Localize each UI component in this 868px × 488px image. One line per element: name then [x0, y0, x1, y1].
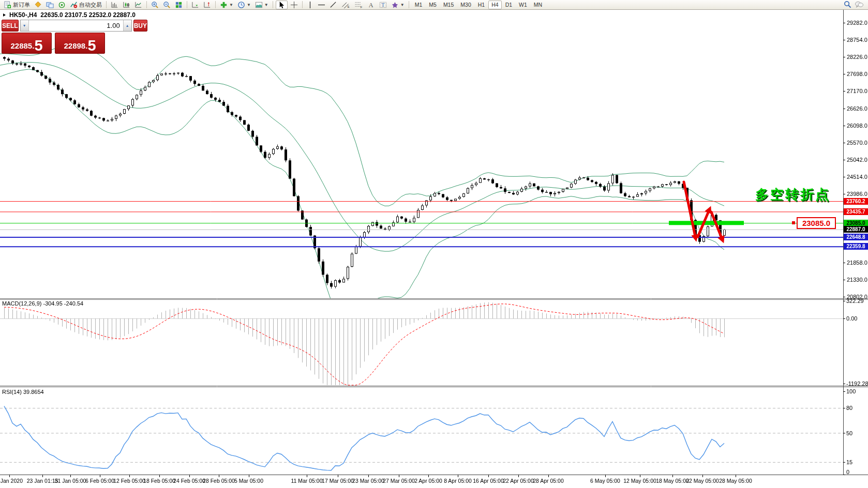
- price-level-badge: 22359.8: [844, 243, 868, 250]
- cursor-button[interactable]: [276, 1, 288, 9]
- autotrade-icon: [70, 1, 78, 9]
- chart-symbol-icon: [3, 13, 6, 17]
- cursor-icon: [278, 1, 286, 9]
- highlighter-button[interactable]: [33, 1, 43, 9]
- new-order-label: 新订单: [13, 1, 30, 9]
- equidistant-channel-icon: E: [341, 1, 350, 9]
- price-tick-label: 26626.0: [847, 105, 867, 112]
- buy-button[interactable]: BUY: [133, 20, 147, 32]
- text-label-button[interactable]: T: [378, 1, 388, 9]
- auto-scroll-icon: [191, 1, 199, 9]
- toolbar-separator: [302, 1, 303, 8]
- market-watch-button[interactable]: [44, 1, 55, 9]
- price-level-badge: 22887.0: [844, 226, 868, 233]
- timeframe-MN[interactable]: MN: [531, 1, 545, 9]
- price-level-badge: 23435.7: [844, 208, 868, 215]
- price-tick-label: 23986.0: [847, 191, 867, 197]
- timeframe-W1[interactable]: W1: [516, 1, 530, 9]
- clock-icon: [237, 1, 245, 9]
- channel-button[interactable]: E: [340, 1, 352, 9]
- time-tick-label: 28 Apr 05:00: [533, 478, 564, 484]
- timeframe-M1[interactable]: M1: [412, 1, 426, 9]
- time-tick-label: 28 May 05:00: [719, 478, 752, 484]
- add-indicator-icon: [220, 1, 228, 9]
- line-chart-icon: [134, 1, 142, 9]
- svg-text:A: A: [369, 1, 373, 8]
- zoom-in-icon: [151, 1, 159, 9]
- line-chart-button[interactable]: [133, 1, 144, 9]
- signal-button[interactable]: [56, 1, 67, 9]
- time-tick-label: 18 May 05:00: [656, 478, 689, 484]
- signal-icon: [58, 1, 66, 9]
- highlighter-icon: [34, 1, 42, 9]
- horizontal-line-icon: [318, 1, 325, 9]
- chart-ohlc-label: 22635.0 23107.5 22532.0 22887.0: [40, 11, 136, 19]
- buy-price-main: 22898: [64, 39, 85, 53]
- auto-scroll-button[interactable]: [190, 1, 201, 9]
- timeframe-M5[interactable]: M5: [426, 1, 440, 9]
- price-level-badge: 23760.2: [844, 198, 868, 205]
- time-tick-label: 12 Feb 05:00: [113, 478, 145, 484]
- zoom-in-button[interactable]: [149, 1, 160, 9]
- level-callout-anchor: [792, 221, 795, 224]
- chart-shift-icon: [203, 1, 211, 9]
- tile-windows-button[interactable]: [173, 1, 184, 9]
- price-tick-label: 25042.0: [847, 157, 867, 163]
- search-icon[interactable]: [844, 1, 851, 9]
- fibonacci-icon: F: [354, 1, 363, 9]
- crosshair-button[interactable]: [289, 1, 300, 9]
- time-tick-label: 11 Mar 05:00: [291, 478, 322, 484]
- candle-chart-button[interactable]: [121, 1, 132, 9]
- horizontal-line-button[interactable]: [316, 1, 327, 9]
- timeframe-H4[interactable]: H4: [488, 1, 501, 9]
- price-tick-label: 28226.0: [847, 54, 867, 60]
- vertical-line-button[interactable]: [305, 1, 315, 9]
- chat-icon[interactable]: [855, 1, 864, 9]
- toolbar-separator: [409, 1, 409, 8]
- arrows-button[interactable]: ▼: [390, 1, 406, 9]
- trendline-button[interactable]: [328, 1, 339, 9]
- time-tick-label: 31 Jan 05:00: [55, 478, 86, 484]
- bar-chart-button[interactable]: [109, 1, 120, 9]
- toolbar-right: [844, 1, 866, 9]
- price-level-badge: 22648.8: [844, 234, 868, 240]
- macd-tick-label: -1192.28: [846, 380, 868, 387]
- sell-price-panel[interactable]: 22885 . 5: [2, 33, 52, 54]
- rsi-indicator-label: RSI(14) 39.8654: [2, 389, 44, 395]
- level-callout-label[interactable]: 23085.0: [797, 217, 836, 229]
- add-indicator-button[interactable]: ▼: [218, 1, 235, 9]
- zoom-out-button[interactable]: [161, 1, 172, 9]
- chart-area[interactable]: [0, 0, 868, 488]
- time-tick-label: 16 Apr 05:00: [473, 478, 504, 484]
- price-tick-label: 27698.0: [847, 71, 867, 77]
- time-tick-label: 5 Mar 05:00: [234, 478, 263, 484]
- timeframe-D1[interactable]: D1: [502, 1, 515, 9]
- text-button[interactable]: A: [366, 1, 377, 9]
- toolbar-separator: [215, 1, 216, 8]
- volume-input[interactable]: [29, 20, 123, 31]
- template-button[interactable]: ▼: [253, 1, 270, 9]
- rsi-tick-label: 80: [846, 405, 852, 411]
- time-tick-label: 7 Jan 2020: [0, 478, 23, 484]
- price-tick-label: 25570.0: [847, 140, 867, 146]
- crosshair-icon: [290, 1, 298, 9]
- sell-button[interactable]: SELL: [2, 20, 19, 32]
- vertical-line-icon: [307, 1, 313, 9]
- timeframe-M15[interactable]: M15: [440, 1, 457, 9]
- timeframe-H1[interactable]: H1: [475, 1, 488, 9]
- arrows-icon: [391, 1, 399, 9]
- volume-increase-button[interactable]: ▲: [123, 20, 131, 31]
- fibonacci-button[interactable]: F: [353, 1, 365, 9]
- volume-field-wrap: ▼ ▲: [20, 20, 132, 32]
- volume-decrease-button[interactable]: ▼: [21, 20, 29, 31]
- period-button[interactable]: ▼: [236, 1, 252, 9]
- new-order-button[interactable]: 新订单: [2, 1, 32, 9]
- autotrade-button[interactable]: 自动交易: [68, 1, 103, 9]
- time-tick-label: 23 Mar 05:00: [352, 478, 384, 484]
- text-label-icon: T: [379, 1, 387, 9]
- rsi-tick-label: 0: [846, 469, 849, 475]
- chart-shift-button[interactable]: [202, 1, 213, 9]
- time-tick-label: 24 Feb 05:00: [173, 478, 205, 484]
- buy-price-panel[interactable]: 22898 . 5: [55, 33, 105, 54]
- timeframe-M30[interactable]: M30: [457, 1, 474, 9]
